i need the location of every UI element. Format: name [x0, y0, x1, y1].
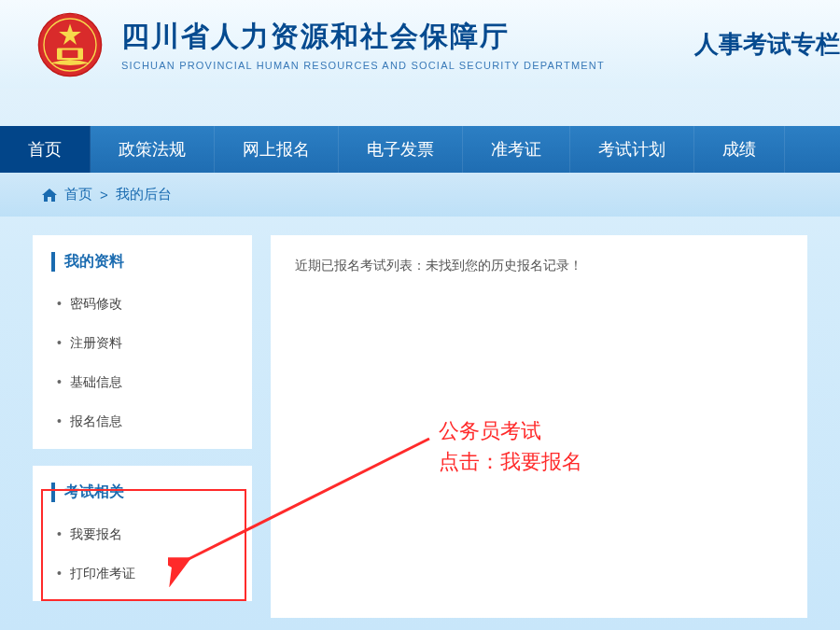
- content-area: 我的资料 密码修改 注册资料 基础信息 报名信息 考试相关 我要报名 打印准考证…: [0, 217, 840, 618]
- breadcrumb-home[interactable]: 首页: [64, 186, 92, 203]
- sidebar-item-basic-info[interactable]: 基础信息: [51, 363, 233, 402]
- nav-admission-ticket[interactable]: 准考证: [463, 126, 570, 173]
- site-title-en: SICHUAN PROVINCIAL HUMAN RESOURCES AND S…: [121, 60, 803, 71]
- panel-exam-title: 考试相关: [51, 483, 233, 502]
- svg-rect-4: [63, 49, 78, 57]
- empty-message: 近期已报名考试列表：未找到您的历史报名记录！: [295, 258, 783, 274]
- sidebar-item-password[interactable]: 密码修改: [51, 285, 233, 324]
- main-panel: 近期已报名考试列表：未找到您的历史报名记录！: [271, 235, 807, 618]
- nav-policy[interactable]: 政策法规: [91, 126, 215, 173]
- sidebar-item-signup-info[interactable]: 报名信息: [51, 402, 233, 441]
- nav-results[interactable]: 成绩: [694, 126, 785, 173]
- breadcrumb-current[interactable]: 我的后台: [116, 186, 172, 203]
- breadcrumb-sep: >: [100, 187, 108, 203]
- site-header: 四川省人力资源和社会保障厅 SICHUAN PROVINCIAL HUMAN R…: [0, 0, 840, 89]
- main-nav: 首页 政策法规 网上报名 电子发票 准考证 考试计划 成绩: [0, 126, 840, 173]
- sidebar: 我的资料 密码修改 注册资料 基础信息 报名信息 考试相关 我要报名 打印准考证: [33, 235, 252, 618]
- nav-einvoice[interactable]: 电子发票: [339, 126, 463, 173]
- sidebar-item-print-ticket[interactable]: 打印准考证: [51, 554, 233, 594]
- panel-exam: 考试相关 我要报名 打印准考证: [33, 466, 252, 601]
- sidebar-item-register-info[interactable]: 注册资料: [51, 324, 233, 363]
- panel-profile: 我的资料 密码修改 注册资料 基础信息 报名信息: [33, 235, 252, 449]
- nav-online-register[interactable]: 网上报名: [215, 126, 339, 173]
- breadcrumb: 首页 > 我的后台: [0, 173, 840, 217]
- svg-point-0: [38, 13, 101, 76]
- home-icon: [42, 189, 57, 202]
- nav-exam-plan[interactable]: 考试计划: [570, 126, 694, 173]
- national-emblem-icon: [37, 12, 103, 77]
- sidebar-item-signup[interactable]: 我要报名: [51, 515, 233, 554]
- header-side-label: 人事考试专栏: [694, 28, 840, 61]
- panel-profile-title: 我的资料: [51, 252, 233, 272]
- nav-home[interactable]: 首页: [0, 126, 91, 173]
